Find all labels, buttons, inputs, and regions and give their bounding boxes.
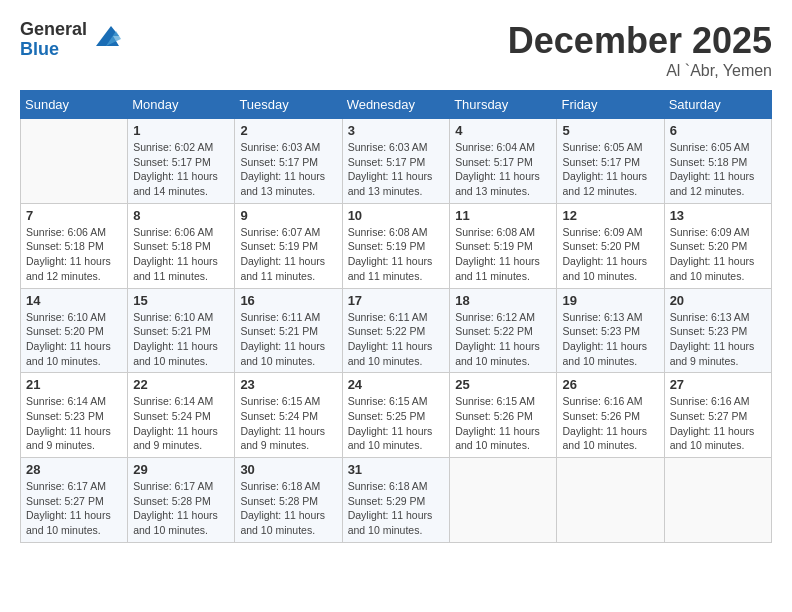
day-number: 23 <box>240 377 336 392</box>
day-number: 2 <box>240 123 336 138</box>
day-info: Sunrise: 6:14 AMSunset: 5:23 PMDaylight:… <box>26 394 122 453</box>
calendar-cell: 2Sunrise: 6:03 AMSunset: 5:17 PMDaylight… <box>235 119 342 204</box>
day-info: Sunrise: 6:12 AMSunset: 5:22 PMDaylight:… <box>455 310 551 369</box>
day-number: 9 <box>240 208 336 223</box>
calendar-cell: 13Sunrise: 6:09 AMSunset: 5:20 PMDayligh… <box>664 203 771 288</box>
day-number: 11 <box>455 208 551 223</box>
day-number: 21 <box>26 377 122 392</box>
calendar-week-row: 21Sunrise: 6:14 AMSunset: 5:23 PMDayligh… <box>21 373 772 458</box>
day-number: 4 <box>455 123 551 138</box>
day-number: 8 <box>133 208 229 223</box>
day-number: 28 <box>26 462 122 477</box>
weekday-header-row: SundayMondayTuesdayWednesdayThursdayFrid… <box>21 91 772 119</box>
calendar-cell: 23Sunrise: 6:15 AMSunset: 5:24 PMDayligh… <box>235 373 342 458</box>
day-info: Sunrise: 6:10 AMSunset: 5:20 PMDaylight:… <box>26 310 122 369</box>
day-number: 19 <box>562 293 658 308</box>
day-number: 5 <box>562 123 658 138</box>
day-number: 13 <box>670 208 766 223</box>
calendar-cell: 3Sunrise: 6:03 AMSunset: 5:17 PMDaylight… <box>342 119 450 204</box>
weekday-header-thursday: Thursday <box>450 91 557 119</box>
weekday-header-monday: Monday <box>128 91 235 119</box>
day-number: 22 <box>133 377 229 392</box>
calendar-cell: 26Sunrise: 6:16 AMSunset: 5:26 PMDayligh… <box>557 373 664 458</box>
location-title: Al `Abr, Yemen <box>508 62 772 80</box>
day-info: Sunrise: 6:13 AMSunset: 5:23 PMDaylight:… <box>670 310 766 369</box>
logo-icon <box>91 21 121 51</box>
day-info: Sunrise: 6:05 AMSunset: 5:18 PMDaylight:… <box>670 140 766 199</box>
calendar-cell: 22Sunrise: 6:14 AMSunset: 5:24 PMDayligh… <box>128 373 235 458</box>
calendar-cell: 15Sunrise: 6:10 AMSunset: 5:21 PMDayligh… <box>128 288 235 373</box>
day-info: Sunrise: 6:03 AMSunset: 5:17 PMDaylight:… <box>240 140 336 199</box>
calendar-cell: 31Sunrise: 6:18 AMSunset: 5:29 PMDayligh… <box>342 458 450 543</box>
day-info: Sunrise: 6:08 AMSunset: 5:19 PMDaylight:… <box>455 225 551 284</box>
day-info: Sunrise: 6:03 AMSunset: 5:17 PMDaylight:… <box>348 140 445 199</box>
day-info: Sunrise: 6:18 AMSunset: 5:29 PMDaylight:… <box>348 479 445 538</box>
day-info: Sunrise: 6:11 AMSunset: 5:21 PMDaylight:… <box>240 310 336 369</box>
calendar-cell: 12Sunrise: 6:09 AMSunset: 5:20 PMDayligh… <box>557 203 664 288</box>
day-info: Sunrise: 6:07 AMSunset: 5:19 PMDaylight:… <box>240 225 336 284</box>
calendar-cell: 10Sunrise: 6:08 AMSunset: 5:19 PMDayligh… <box>342 203 450 288</box>
day-number: 10 <box>348 208 445 223</box>
day-number: 24 <box>348 377 445 392</box>
calendar-cell: 11Sunrise: 6:08 AMSunset: 5:19 PMDayligh… <box>450 203 557 288</box>
day-number: 17 <box>348 293 445 308</box>
day-number: 18 <box>455 293 551 308</box>
weekday-header-friday: Friday <box>557 91 664 119</box>
day-info: Sunrise: 6:15 AMSunset: 5:25 PMDaylight:… <box>348 394 445 453</box>
day-info: Sunrise: 6:02 AMSunset: 5:17 PMDaylight:… <box>133 140 229 199</box>
day-number: 6 <box>670 123 766 138</box>
day-number: 20 <box>670 293 766 308</box>
calendar-cell: 1Sunrise: 6:02 AMSunset: 5:17 PMDaylight… <box>128 119 235 204</box>
day-number: 7 <box>26 208 122 223</box>
day-number: 29 <box>133 462 229 477</box>
calendar-cell: 7Sunrise: 6:06 AMSunset: 5:18 PMDaylight… <box>21 203 128 288</box>
day-info: Sunrise: 6:14 AMSunset: 5:24 PMDaylight:… <box>133 394 229 453</box>
day-number: 31 <box>348 462 445 477</box>
calendar-cell: 5Sunrise: 6:05 AMSunset: 5:17 PMDaylight… <box>557 119 664 204</box>
day-info: Sunrise: 6:04 AMSunset: 5:17 PMDaylight:… <box>455 140 551 199</box>
month-title: December 2025 <box>508 20 772 62</box>
calendar-cell <box>664 458 771 543</box>
calendar-cell: 19Sunrise: 6:13 AMSunset: 5:23 PMDayligh… <box>557 288 664 373</box>
day-info: Sunrise: 6:10 AMSunset: 5:21 PMDaylight:… <box>133 310 229 369</box>
calendar-cell: 27Sunrise: 6:16 AMSunset: 5:27 PMDayligh… <box>664 373 771 458</box>
calendar-cell: 4Sunrise: 6:04 AMSunset: 5:17 PMDaylight… <box>450 119 557 204</box>
calendar-week-row: 14Sunrise: 6:10 AMSunset: 5:20 PMDayligh… <box>21 288 772 373</box>
calendar-week-row: 7Sunrise: 6:06 AMSunset: 5:18 PMDaylight… <box>21 203 772 288</box>
day-number: 16 <box>240 293 336 308</box>
calendar-cell: 28Sunrise: 6:17 AMSunset: 5:27 PMDayligh… <box>21 458 128 543</box>
calendar-cell: 16Sunrise: 6:11 AMSunset: 5:21 PMDayligh… <box>235 288 342 373</box>
day-info: Sunrise: 6:09 AMSunset: 5:20 PMDaylight:… <box>562 225 658 284</box>
logo: General Blue <box>20 20 121 60</box>
calendar-cell <box>557 458 664 543</box>
calendar-cell: 24Sunrise: 6:15 AMSunset: 5:25 PMDayligh… <box>342 373 450 458</box>
weekday-header-sunday: Sunday <box>21 91 128 119</box>
calendar-cell <box>450 458 557 543</box>
calendar-cell: 8Sunrise: 6:06 AMSunset: 5:18 PMDaylight… <box>128 203 235 288</box>
title-block: December 2025 Al `Abr, Yemen <box>508 20 772 80</box>
weekday-header-tuesday: Tuesday <box>235 91 342 119</box>
calendar-cell: 25Sunrise: 6:15 AMSunset: 5:26 PMDayligh… <box>450 373 557 458</box>
calendar-cell: 29Sunrise: 6:17 AMSunset: 5:28 PMDayligh… <box>128 458 235 543</box>
day-number: 12 <box>562 208 658 223</box>
day-info: Sunrise: 6:16 AMSunset: 5:27 PMDaylight:… <box>670 394 766 453</box>
calendar-table: SundayMondayTuesdayWednesdayThursdayFrid… <box>20 90 772 543</box>
day-info: Sunrise: 6:16 AMSunset: 5:26 PMDaylight:… <box>562 394 658 453</box>
day-info: Sunrise: 6:13 AMSunset: 5:23 PMDaylight:… <box>562 310 658 369</box>
day-number: 27 <box>670 377 766 392</box>
day-number: 15 <box>133 293 229 308</box>
calendar-cell: 20Sunrise: 6:13 AMSunset: 5:23 PMDayligh… <box>664 288 771 373</box>
day-info: Sunrise: 6:08 AMSunset: 5:19 PMDaylight:… <box>348 225 445 284</box>
logo-blue: Blue <box>20 40 87 60</box>
day-info: Sunrise: 6:11 AMSunset: 5:22 PMDaylight:… <box>348 310 445 369</box>
day-info: Sunrise: 6:18 AMSunset: 5:28 PMDaylight:… <box>240 479 336 538</box>
calendar-week-row: 1Sunrise: 6:02 AMSunset: 5:17 PMDaylight… <box>21 119 772 204</box>
day-number: 25 <box>455 377 551 392</box>
weekday-header-wednesday: Wednesday <box>342 91 450 119</box>
calendar-cell: 21Sunrise: 6:14 AMSunset: 5:23 PMDayligh… <box>21 373 128 458</box>
day-info: Sunrise: 6:05 AMSunset: 5:17 PMDaylight:… <box>562 140 658 199</box>
weekday-header-saturday: Saturday <box>664 91 771 119</box>
day-number: 30 <box>240 462 336 477</box>
day-number: 3 <box>348 123 445 138</box>
day-info: Sunrise: 6:09 AMSunset: 5:20 PMDaylight:… <box>670 225 766 284</box>
